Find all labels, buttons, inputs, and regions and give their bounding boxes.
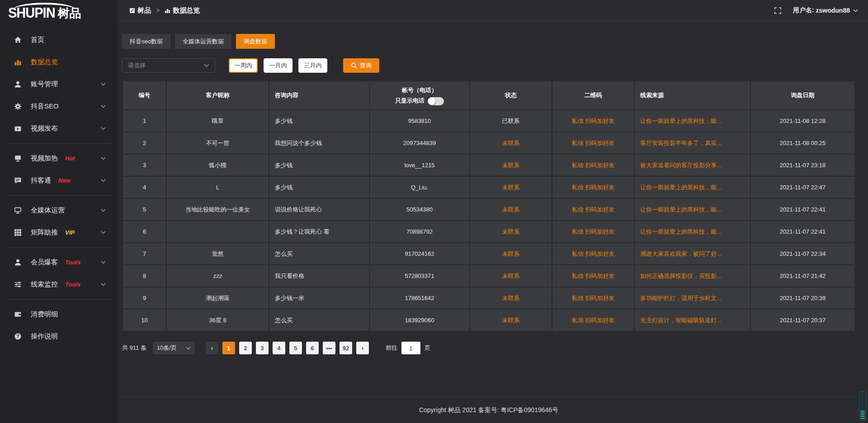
sidebar-item-home[interactable]: 首页 xyxy=(0,29,118,51)
cell-id: 9 xyxy=(123,287,166,309)
cell-source-link[interactable]: 让你一眼就爱上的黑科技，能... xyxy=(635,199,750,220)
period-button[interactable]: 一周内 xyxy=(229,58,258,73)
sidebar-item-account-mgmt[interactable]: 账号管理 xyxy=(0,73,118,95)
cell-source-link[interactable]: 被大家追着问的客厅投影分享... xyxy=(635,155,750,176)
col-source: 线索来源 xyxy=(635,81,750,109)
page-size-value: 10条/页 xyxy=(157,344,177,352)
sidebar-item-label: 视频发布 xyxy=(31,124,58,133)
cell-qrcode-links[interactable]: 私信 扫码加好友 xyxy=(552,132,634,154)
sidebar-item-douyin-seo[interactable]: 抖音SEO xyxy=(0,95,118,118)
breadcrumb: 树品 > 数据总览 xyxy=(129,6,200,15)
username-value[interactable]: zswodun88 xyxy=(816,7,850,14)
col-date: 询盘日期 xyxy=(751,81,854,109)
app-root: SHUPIN 树品 首页 数据总览 账号管理 抖音SEO xyxy=(0,0,868,423)
sidebar-item-video-heat[interactable]: 视频加热 Hot xyxy=(0,147,118,169)
chevron-down-icon[interactable] xyxy=(853,9,858,12)
cell-qrcode-links[interactable]: 私信 扫码加好友 xyxy=(552,310,634,331)
cell-qrcode-links[interactable]: 私信 扫码加好友 xyxy=(552,110,634,132)
page-button[interactable]: 5 xyxy=(289,342,302,354)
cell-source-link[interactable]: 让你一眼就爱上的黑科技，能... xyxy=(635,110,750,132)
cell-source-link[interactable]: 让你一眼就爱上的黑科技，能... xyxy=(635,221,750,242)
tools-badge: Tools xyxy=(65,281,80,288)
table-row: 7 觉然 怎么买 917024162 未联系 私信 扫码加好友 感谢大家喜欢我家… xyxy=(123,243,854,264)
cell-source-link[interactable]: 感谢大家喜欢我家，被问了好... xyxy=(635,243,750,264)
search-button[interactable]: 查询 xyxy=(343,58,379,73)
page-button[interactable]: ••• xyxy=(323,342,335,354)
table-row: 3 狐小狸 多少钱 love__1215 未联系 私信 扫码加好友 被大家追着问… xyxy=(123,155,854,176)
cell-content: 多少钱 xyxy=(269,155,369,176)
cell-nickname: zzz xyxy=(167,265,269,287)
cell-source-link[interactable]: 无主灯设计，智能磁吸轨道灯... xyxy=(635,310,750,331)
cell-account: 917024162 xyxy=(370,243,469,264)
fullscreen-icon[interactable] xyxy=(774,7,781,14)
sidebar-item-matrix-boost[interactable]: 矩阵助推 VIP xyxy=(0,221,118,244)
logo-brand-en: SHUPIN xyxy=(8,5,55,21)
chevron-down-icon xyxy=(101,231,106,234)
main-area: 树品 > 数据总览 用户名: zswodun88 抖音seo数据 全媒体运营数据… xyxy=(118,0,868,423)
table-row: 2 不可一世 我想问这个多少钱 2097344839 未联系 私信 扫码加好友 … xyxy=(123,132,854,154)
table-body: 1 哦章 多少钱 9583810 已联系 私信 扫码加好友 让你一眼就爱上的黑科… xyxy=(123,110,854,331)
cell-source-link[interactable]: 如何正确选择投影仪，买投影... xyxy=(635,265,750,287)
cell-account: 183929060 xyxy=(370,310,469,331)
cell-status: 未联系 xyxy=(470,221,552,242)
sidebar-item-omni-media[interactable]: 全媒体运营 xyxy=(0,199,118,221)
page-button[interactable]: 2 xyxy=(239,342,252,354)
logo: SHUPIN 树品 xyxy=(0,0,118,26)
cell-qrcode-links[interactable]: 私信 扫码加好友 xyxy=(552,199,634,220)
cell-account: love__1215 xyxy=(370,155,469,176)
sidebar-divider xyxy=(6,143,111,144)
col-id: 编号 xyxy=(123,81,166,109)
sidebar-item-member-burst[interactable]: 会员爆客 Tools xyxy=(0,251,118,273)
bar-chart-icon xyxy=(14,58,22,66)
footer: Copyright 树品 2021 备案号: 粤ICP备09019646号 xyxy=(122,397,855,423)
page-button[interactable]: 3 xyxy=(256,342,269,354)
page-button[interactable]: 1 xyxy=(222,342,235,354)
sidebar-item-data-overview[interactable]: 数据总览 xyxy=(0,51,118,73)
page-size-select[interactable]: 10条/页 xyxy=(153,342,195,354)
cell-qrcode-links[interactable]: 私信 扫码加好友 xyxy=(552,265,634,287)
tab-inquiry-data[interactable]: 询盘数据 xyxy=(236,34,275,49)
cell-qrcode-links[interactable]: 私信 扫码加好友 xyxy=(552,243,634,264)
cell-source-link[interactable]: 客厅安装投影半年多了，真实... xyxy=(635,132,750,154)
filter-select[interactable]: 请选择 xyxy=(122,58,215,73)
cell-id: 8 xyxy=(123,265,166,287)
cell-qrcode-links[interactable]: 私信 扫码加好友 xyxy=(552,177,634,198)
cell-qrcode-links[interactable]: 私信 扫码加好友 xyxy=(552,155,634,176)
page-jump-input[interactable] xyxy=(401,342,420,354)
page-button[interactable]: 6 xyxy=(306,342,319,354)
breadcrumb-root[interactable]: 树品 xyxy=(137,6,151,15)
sidebar-divider xyxy=(6,299,111,300)
sidebar-item-help[interactable]: ? 操作说明 xyxy=(0,325,118,348)
period-button[interactable]: 三月内 xyxy=(298,58,327,73)
filter-bar: 请选择 一周内 一月内 三月内 查询 xyxy=(122,58,855,73)
cell-id: 6 xyxy=(123,221,166,242)
edit-square-icon xyxy=(129,8,135,14)
sidebar-item-lead-monitor[interactable]: 线索监控 Tools xyxy=(0,273,118,296)
topbar-right: 用户名: zswodun88 xyxy=(774,6,858,14)
cell-source-link[interactable]: 让你一眼就爱上的黑科技，能... xyxy=(635,177,750,198)
cell-qrcode-links[interactable]: 私信 扫码加好友 xyxy=(552,221,634,242)
next-page-button[interactable]: › xyxy=(356,342,369,354)
page-button[interactable]: 92 xyxy=(340,342,352,354)
phone-only-toggle[interactable] xyxy=(428,97,444,105)
period-button[interactable]: 一月内 xyxy=(264,58,292,73)
col-status: 状态 xyxy=(470,81,552,109)
sidebar: SHUPIN 树品 首页 数据总览 账号管理 抖音SEO xyxy=(0,0,118,423)
floating-widget[interactable] xyxy=(859,391,866,420)
cell-status: 未联系 xyxy=(470,177,552,198)
sidebar-item-spend-detail[interactable]: 消费明细 xyxy=(0,303,118,325)
prev-page-button[interactable]: ‹ xyxy=(206,342,218,354)
sidebar-item-video-publish[interactable]: 视频发布 xyxy=(0,118,118,140)
cell-content: 我只看价格 xyxy=(269,265,369,287)
cell-source-link[interactable]: 多功能护栏灯，适用于乡村文... xyxy=(635,287,750,309)
cell-date: 2021-11-07 22:41 xyxy=(751,199,854,220)
page-jumper: 前往 页 xyxy=(386,342,430,354)
tab-douyin-seo-data[interactable]: 抖音seo数据 xyxy=(122,34,170,49)
cell-content: 怎么买 xyxy=(269,310,369,331)
cell-qrcode-links[interactable]: 私信 扫码加好友 xyxy=(552,287,634,309)
sidebar-item-doukeTong[interactable]: 抖客通 New xyxy=(0,169,118,192)
tab-omni-media-data[interactable]: 全媒体运营数据 xyxy=(175,34,231,49)
table-row: 10 36度 8 怎么买 183929060 未联系 私信 扫码加好友 无主灯设… xyxy=(123,310,854,331)
page-button[interactable]: 4 xyxy=(273,342,285,354)
sidebar-item-label: 消费明细 xyxy=(31,310,58,319)
